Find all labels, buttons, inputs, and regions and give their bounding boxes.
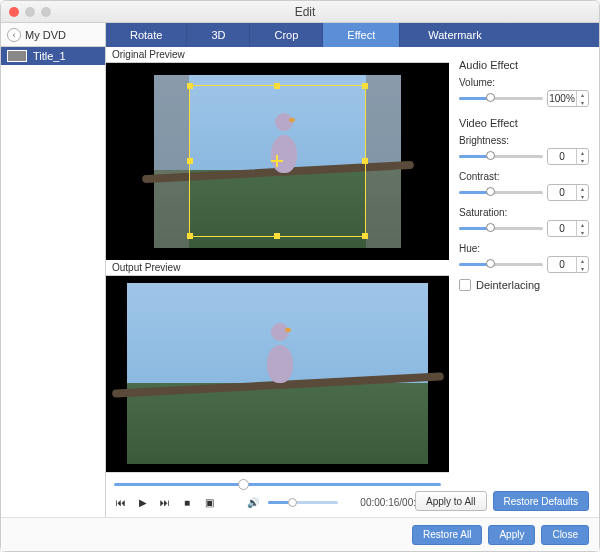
- crop-rectangle[interactable]: [189, 85, 367, 237]
- contrast-value: 0: [548, 187, 576, 198]
- player-controls: ⏮ ▶ ⏭ ■ ▣ 🔊 00:00:16/00:00:41: [106, 472, 449, 517]
- slider-thumb[interactable]: [486, 93, 495, 102]
- tab-crop[interactable]: Crop: [250, 23, 323, 47]
- footer: Restore All Apply Close: [1, 517, 599, 551]
- deinterlacing-row: Deinterlacing: [459, 279, 589, 291]
- tab-label: 3D: [211, 29, 225, 41]
- contrast-value-box[interactable]: 0 ▴▾: [547, 184, 589, 201]
- saturation-value: 0: [548, 223, 576, 234]
- original-preview[interactable]: [106, 63, 449, 260]
- step-down-icon[interactable]: ▾: [577, 99, 588, 107]
- sidebar: Title_1: [1, 47, 106, 517]
- volume-value-box[interactable]: 100% ▴ ▾: [547, 90, 589, 107]
- step-up-icon[interactable]: ▴: [577, 257, 588, 265]
- audio-effect-title: Audio Effect: [459, 59, 589, 71]
- deinterlacing-checkbox[interactable]: [459, 279, 471, 291]
- hue-slider[interactable]: [459, 263, 543, 266]
- brightness-slider[interactable]: [459, 155, 543, 158]
- contrast-slider[interactable]: [459, 191, 543, 194]
- crop-handle-bc[interactable]: [274, 233, 280, 239]
- edit-window: Edit ‹ My DVD Rotate 3D Crop Effect Wate…: [0, 0, 600, 552]
- bird-graphic: [259, 323, 301, 383]
- brightness-value-box[interactable]: 0 ▴▾: [547, 148, 589, 165]
- main: Original Preview: [106, 47, 599, 517]
- slider-fill: [459, 227, 488, 230]
- deinterlacing-label: Deinterlacing: [476, 279, 540, 291]
- crop-handle-br[interactable]: [362, 233, 368, 239]
- volume-slider[interactable]: [268, 501, 338, 504]
- tab-label: Effect: [347, 29, 375, 41]
- prev-button[interactable]: ⏮: [114, 495, 128, 509]
- crop-center-icon[interactable]: [271, 155, 283, 167]
- crop-handle-bl[interactable]: [187, 233, 193, 239]
- stop-button[interactable]: ■: [180, 495, 194, 509]
- crop-handle-ml[interactable]: [187, 158, 193, 164]
- contrast-stepper: ▴▾: [576, 185, 588, 201]
- volume-value: 100%: [548, 93, 576, 104]
- original-video-frame: [154, 75, 401, 248]
- volume-button[interactable]: 🔊: [246, 495, 260, 509]
- button-label: Apply: [499, 529, 524, 540]
- crop-handle-tr[interactable]: [362, 83, 368, 89]
- step-down-icon[interactable]: ▾: [577, 265, 588, 273]
- step-up-icon[interactable]: ▴: [577, 185, 588, 193]
- tab-label: Rotate: [130, 29, 162, 41]
- effects-panel: Audio Effect Volume: 100% ▴ ▾: [449, 47, 599, 517]
- tab-effect[interactable]: Effect: [323, 23, 400, 47]
- slider-thumb[interactable]: [486, 259, 495, 268]
- step-up-icon[interactable]: ▴: [577, 91, 588, 99]
- crop-handle-tl[interactable]: [187, 83, 193, 89]
- restore-all-button[interactable]: Restore All: [412, 525, 482, 545]
- hue-label: Hue:: [459, 243, 589, 254]
- output-preview[interactable]: [106, 276, 449, 473]
- prev-icon: ⏮: [116, 497, 126, 508]
- step-up-icon[interactable]: ▴: [577, 221, 588, 229]
- play-button[interactable]: ▶: [136, 495, 150, 509]
- hue-value-box[interactable]: 0 ▴▾: [547, 256, 589, 273]
- tab-rotate[interactable]: Rotate: [106, 23, 187, 47]
- next-button[interactable]: ⏭: [158, 495, 172, 509]
- step-down-icon[interactable]: ▾: [577, 229, 588, 237]
- previews: Original Preview: [106, 47, 449, 517]
- restore-defaults-button[interactable]: Restore Defaults: [493, 491, 589, 511]
- saturation-value-box[interactable]: 0 ▴▾: [547, 220, 589, 237]
- button-label: Apply to All: [426, 496, 475, 507]
- traffic-lights: [9, 7, 51, 17]
- volume-slider[interactable]: [459, 97, 543, 100]
- next-icon: ⏭: [160, 497, 170, 508]
- step-down-icon[interactable]: ▾: [577, 157, 588, 165]
- saturation-slider[interactable]: [459, 227, 543, 230]
- apply-to-all-button[interactable]: Apply to All: [415, 491, 486, 511]
- volume-thumb[interactable]: [288, 498, 297, 507]
- scrubber[interactable]: [114, 477, 441, 491]
- chevron-left-icon: ‹: [13, 30, 16, 40]
- volume-stepper: ▴ ▾: [576, 91, 588, 107]
- slider-thumb[interactable]: [486, 151, 495, 160]
- back-button[interactable]: ‹: [7, 28, 21, 42]
- step-down-icon[interactable]: ▾: [577, 193, 588, 201]
- thumbnail-icon: [7, 50, 27, 62]
- scrub-track[interactable]: [114, 483, 441, 486]
- minimize-window-icon[interactable]: [25, 7, 35, 17]
- close-window-icon[interactable]: [9, 7, 19, 17]
- crop-handle-mr[interactable]: [362, 158, 368, 164]
- slider-thumb[interactable]: [486, 187, 495, 196]
- crop-handle-tc[interactable]: [274, 83, 280, 89]
- volume-fill: [268, 501, 289, 504]
- zoom-window-icon[interactable]: [41, 7, 51, 17]
- slider-fill: [459, 97, 488, 100]
- close-button[interactable]: Close: [541, 525, 589, 545]
- tab-watermark[interactable]: Watermark: [400, 23, 599, 47]
- hue-value: 0: [548, 259, 576, 270]
- sidebar-item-label: Title_1: [33, 50, 66, 62]
- tab-3d[interactable]: 3D: [187, 23, 250, 47]
- snapshot-button[interactable]: ▣: [202, 495, 216, 509]
- scrub-thumb[interactable]: [238, 479, 249, 490]
- step-up-icon[interactable]: ▴: [577, 149, 588, 157]
- sidebar-item-title1[interactable]: Title_1: [1, 47, 105, 65]
- apply-button[interactable]: Apply: [488, 525, 535, 545]
- volume-icon: 🔊: [247, 497, 259, 508]
- tab-bar: Rotate 3D Crop Effect Watermark: [106, 23, 599, 47]
- letterbox-left: [154, 75, 189, 248]
- slider-thumb[interactable]: [486, 223, 495, 232]
